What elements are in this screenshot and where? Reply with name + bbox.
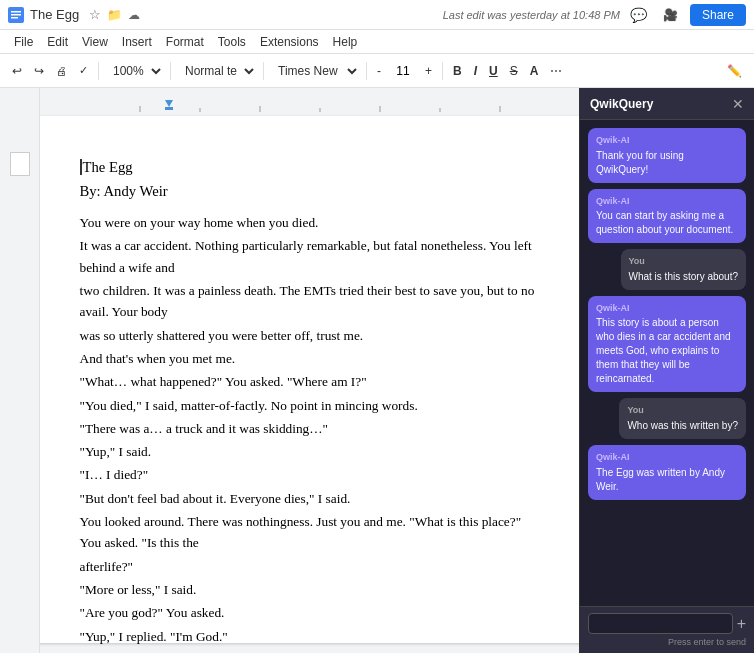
chat-input-row: + bbox=[588, 613, 746, 634]
print-button[interactable]: 🖨 bbox=[52, 63, 71, 79]
message-text: The Egg was written by Andy Weir. bbox=[596, 466, 738, 494]
message-label: You bbox=[629, 255, 739, 268]
font-size-increase[interactable]: + bbox=[421, 62, 436, 80]
body-paragraph: "My kids… my wife," you said. bbox=[80, 649, 540, 653]
body-paragraph: "What… what happened?" You asked. "Where… bbox=[80, 371, 540, 392]
body-paragraph: "You died," I said, matter-of-factly. No… bbox=[80, 395, 540, 416]
chat-close-button[interactable]: ✕ bbox=[732, 96, 744, 112]
menu-extensions[interactable]: Extensions bbox=[254, 33, 325, 51]
zoom-select[interactable]: 100% bbox=[105, 61, 164, 81]
document-title: The Egg bbox=[30, 7, 79, 22]
chat-add-button[interactable]: + bbox=[737, 615, 746, 633]
svg-rect-15 bbox=[165, 107, 173, 110]
message-text: You can start by asking me a question ab… bbox=[596, 209, 738, 237]
comments-icon[interactable]: 💬 bbox=[626, 5, 651, 25]
ai-message: Qwik-AIThe Egg was written by Andy Weir. bbox=[588, 445, 746, 500]
menu-insert[interactable]: Insert bbox=[116, 33, 158, 51]
document-body[interactable]: You were on your way home when you died.… bbox=[80, 212, 540, 653]
chat-input[interactable] bbox=[588, 613, 733, 634]
document-page[interactable]: The Egg By: Andy Weir You were on your w… bbox=[40, 116, 579, 643]
star-icon[interactable]: ☆ bbox=[89, 7, 101, 22]
cloud-icon[interactable]: ☁ bbox=[128, 8, 140, 22]
doc-title-text: The Egg bbox=[83, 159, 133, 175]
font-select[interactable]: Times New R... bbox=[270, 61, 360, 81]
body-paragraph: "I… I died?" bbox=[80, 464, 540, 485]
svg-rect-1 bbox=[11, 11, 21, 13]
chat-send-hint: Press enter to send bbox=[588, 637, 746, 647]
menu-file[interactable]: File bbox=[8, 33, 39, 51]
undo-button[interactable]: ↩ bbox=[8, 62, 26, 80]
chat-messages: Qwik-AIThank you for using QwikQuery!Qwi… bbox=[580, 120, 754, 606]
editing-mode-button[interactable]: ✏️ bbox=[723, 62, 746, 80]
left-sidebar bbox=[0, 88, 40, 653]
body-paragraph: "There was a… a truck and it was skiddin… bbox=[80, 418, 540, 439]
svg-rect-2 bbox=[11, 14, 21, 16]
user-message: YouWho was this written by? bbox=[619, 398, 746, 439]
menu-bar: File Edit View Insert Format Tools Exten… bbox=[0, 30, 754, 54]
chat-input-area: + Press enter to send bbox=[580, 606, 754, 653]
body-paragraph: And that's when you met me. bbox=[80, 348, 540, 369]
folder-icon[interactable]: 📁 bbox=[107, 8, 122, 22]
chat-header: QwikQuery ✕ bbox=[580, 88, 754, 120]
title-bar: The Egg ☆ 📁 ☁ Last edit was yesterday at… bbox=[0, 0, 754, 30]
font-size-input[interactable] bbox=[389, 64, 417, 78]
body-paragraph: "Yup," I replied. "I'm God." bbox=[80, 626, 540, 647]
body-paragraph: You looked around. There was nothingness… bbox=[80, 511, 540, 554]
body-paragraph: "Are you god?" You asked. bbox=[80, 602, 540, 623]
more-formatting-button[interactable]: ⋯ bbox=[546, 62, 566, 80]
separator-4 bbox=[366, 62, 367, 80]
svg-rect-4 bbox=[80, 98, 540, 112]
body-paragraph: "More or less," I said. bbox=[80, 579, 540, 600]
share-button[interactable]: Share bbox=[690, 4, 746, 26]
menu-help[interactable]: Help bbox=[327, 33, 364, 51]
separator-5 bbox=[442, 62, 443, 80]
menu-view[interactable]: View bbox=[76, 33, 114, 51]
message-label: Qwik-AI bbox=[596, 134, 738, 147]
user-message: YouWhat is this story about? bbox=[621, 249, 747, 290]
message-label: You bbox=[627, 404, 738, 417]
ai-message: Qwik-AIYou can start by asking me a ques… bbox=[588, 189, 746, 244]
title-right-buttons: 💬 🎥 Share bbox=[626, 4, 746, 26]
message-text: This story is about a person who dies in… bbox=[596, 316, 738, 386]
ruler bbox=[40, 98, 579, 112]
body-paragraph: afterlife?" bbox=[80, 556, 540, 577]
body-paragraph: was so utterly shattered you were better… bbox=[80, 325, 540, 346]
message-label: Qwik-AI bbox=[596, 195, 738, 208]
body-paragraph: It was a car accident. Nothing particula… bbox=[80, 235, 540, 278]
message-label: Qwik-AI bbox=[596, 451, 738, 464]
text-color-button[interactable]: A bbox=[526, 62, 543, 80]
app-icon bbox=[8, 7, 24, 23]
document-page-title: The Egg bbox=[80, 156, 540, 178]
title-icon-group: ☆ 📁 ☁ bbox=[89, 7, 140, 22]
redo-button[interactable]: ↪ bbox=[30, 62, 48, 80]
underline-button[interactable]: U bbox=[485, 62, 502, 80]
message-text: Thank you for using QwikQuery! bbox=[596, 149, 738, 177]
strikethrough-button[interactable]: S bbox=[506, 62, 522, 80]
body-paragraph: "Yup," I said. bbox=[80, 441, 540, 462]
spell-check-button[interactable]: ✓ bbox=[75, 62, 92, 79]
document-area[interactable]: The Egg By: Andy Weir You were on your w… bbox=[40, 88, 579, 653]
chat-title: QwikQuery bbox=[590, 97, 653, 111]
main-area: The Egg By: Andy Weir You were on your w… bbox=[0, 88, 754, 653]
svg-rect-3 bbox=[11, 17, 18, 19]
last-edit-text: Last edit was yesterday at 10:48 PM bbox=[443, 9, 620, 21]
google-meet-icon[interactable]: 🎥 bbox=[659, 6, 682, 24]
message-label: Qwik-AI bbox=[596, 302, 738, 315]
separator-2 bbox=[170, 62, 171, 80]
document-author: By: Andy Weir bbox=[80, 180, 540, 202]
message-text: What is this story about? bbox=[629, 270, 739, 284]
menu-tools[interactable]: Tools bbox=[212, 33, 252, 51]
menu-format[interactable]: Format bbox=[160, 33, 210, 51]
style-select[interactable]: Normal text bbox=[177, 61, 257, 81]
separator-1 bbox=[98, 62, 99, 80]
font-size-decrease[interactable]: - bbox=[373, 62, 385, 80]
chat-panel: QwikQuery ✕ Qwik-AIThank you for using Q… bbox=[579, 88, 754, 653]
page-thumbnail bbox=[10, 152, 30, 176]
message-text: Who was this written by? bbox=[627, 419, 738, 433]
italic-button[interactable]: I bbox=[470, 62, 481, 80]
menu-edit[interactable]: Edit bbox=[41, 33, 74, 51]
ai-message: Qwik-AIThank you for using QwikQuery! bbox=[588, 128, 746, 183]
toolbar: ↩ ↪ 🖨 ✓ 100% Normal text Times New R... … bbox=[0, 54, 754, 88]
ai-message: Qwik-AIThis story is about a person who … bbox=[588, 296, 746, 393]
bold-button[interactable]: B bbox=[449, 62, 466, 80]
